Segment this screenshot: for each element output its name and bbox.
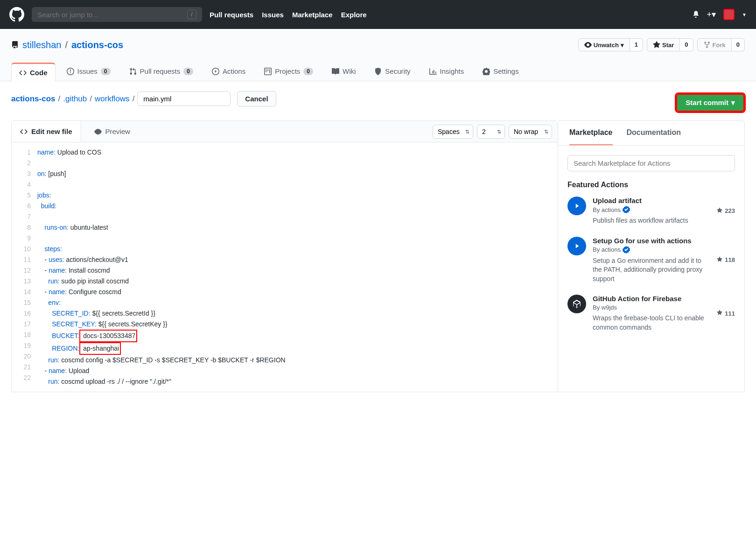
tab-actions[interactable]: Actions (204, 63, 253, 81)
tab-code[interactable]: Code (11, 63, 56, 81)
search-field[interactable] (37, 11, 187, 19)
action-author: By actions (593, 206, 709, 213)
project-icon (264, 68, 272, 75)
star-icon (716, 310, 723, 317)
nav-pull-requests[interactable]: Pull requests (210, 11, 253, 19)
filename-input[interactable] (137, 92, 231, 106)
action-desc: Setup a Go environment and add it to the… (593, 256, 709, 284)
tab-pulls[interactable]: Pull requests0 (122, 63, 201, 81)
repo-icon (11, 41, 19, 49)
featured-heading: Featured Actions (567, 181, 735, 189)
tab-settings[interactable]: Settings (475, 63, 526, 81)
global-header: / Pull requests Issues Marketplace Explo… (0, 0, 756, 29)
nav-marketplace[interactable]: Marketplace (292, 11, 333, 19)
gear-icon (483, 68, 490, 75)
star-icon (653, 41, 660, 49)
tab-wiki[interactable]: Wiki (324, 63, 363, 81)
verified-icon (623, 206, 630, 213)
caret-down-icon[interactable]: ▼ (742, 12, 747, 17)
action-stars: 223 (716, 197, 735, 226)
package-icon (567, 295, 586, 313)
action-author: By w9jds (593, 304, 709, 311)
repo-name-link[interactable]: actions-cos (71, 40, 123, 50)
marketplace-sidebar: Marketplace Documentation Featured Actio… (558, 120, 745, 392)
github-logo[interactable] (9, 7, 24, 22)
tab-security[interactable]: Security (367, 63, 418, 81)
play-icon (212, 68, 219, 75)
editor-panel: Edit new file Preview Spaces 2 No wrap 1… (11, 120, 558, 392)
line-numbers: 12345678910111213141516171819202122 (12, 147, 37, 387)
tab-projects[interactable]: Projects0 (257, 63, 321, 81)
eye-icon (584, 41, 592, 49)
bell-icon[interactable] (692, 10, 700, 19)
breadcrumb-dir1[interactable]: .github (63, 94, 87, 104)
verified-icon (623, 246, 630, 254)
action-item[interactable]: Upload artifact By actions Publish files… (567, 197, 735, 226)
code-content[interactable]: name: Upload to COS on: [push] jobs: bui… (37, 147, 558, 387)
graph-icon (429, 68, 437, 75)
code-icon (19, 69, 27, 77)
marketplace-search-input[interactable] (567, 155, 735, 171)
cancel-button[interactable]: Cancel (237, 91, 276, 106)
repo-owner-link[interactable]: stilleshan (22, 40, 61, 50)
highlight-region: ap-shanghai (79, 342, 121, 355)
avatar[interactable] (723, 9, 735, 20)
watch-count[interactable]: 1 (630, 38, 643, 51)
tab-documentation[interactable]: Documentation (627, 121, 681, 145)
star-button[interactable]: Star (647, 38, 680, 51)
search-slash-hint: / (187, 10, 196, 19)
action-title: Setup Go for use with actions (593, 237, 709, 245)
breadcrumb-dir2[interactable]: workflows (95, 94, 130, 104)
fork-icon (703, 41, 711, 49)
action-item[interactable]: GitHub Action for Firebase By w9jds Wrap… (567, 295, 735, 332)
fork-count[interactable]: 0 (732, 38, 745, 51)
fork-button[interactable]: Fork (697, 38, 732, 51)
play-circle-icon (567, 237, 586, 255)
action-author: By actions (593, 246, 709, 254)
repo-tabs: Code Issues0 Pull requests0 Actions Proj… (11, 63, 745, 81)
tab-preview[interactable]: Preview (86, 121, 139, 142)
wrap-select[interactable]: No wrap (509, 125, 552, 139)
indent-size-select[interactable]: 2 (477, 125, 505, 139)
nav-explore[interactable]: Explore (341, 11, 367, 19)
action-stars: 118 (716, 237, 735, 284)
breadcrumb-root[interactable]: actions-cos (11, 94, 55, 104)
book-icon (332, 68, 339, 75)
action-stars: 111 (716, 295, 735, 332)
highlight-bucket: docs-1300533487 (79, 330, 137, 342)
code-icon (20, 128, 28, 135)
tab-issues[interactable]: Issues0 (59, 63, 118, 81)
eye-icon (94, 128, 102, 135)
play-circle-icon (567, 197, 586, 215)
search-input[interactable]: / (32, 7, 202, 22)
unwatch-button[interactable]: Unwatch▾ (578, 38, 630, 51)
action-desc: Publish files as workflow artifacts (593, 216, 709, 226)
shield-icon (374, 68, 382, 75)
repo-header: stilleshan / actions-cos Unwatch▾ 1 Star… (0, 29, 756, 81)
action-title: GitHub Action for Firebase (593, 295, 709, 303)
action-item[interactable]: Setup Go for use with actions By actions… (567, 237, 735, 284)
action-desc: Wraps the firebase-tools CLI to enable c… (593, 314, 709, 332)
breadcrumb: actions-cos / .github / workflows / Canc… (11, 91, 276, 106)
plus-icon[interactable]: +▾ (707, 9, 716, 20)
tab-edit-file[interactable]: Edit new file (12, 121, 81, 142)
tab-insights[interactable]: Insights (422, 63, 472, 81)
star-icon (716, 207, 723, 215)
header-nav: Pull requests Issues Marketplace Explore (210, 11, 367, 19)
tab-marketplace[interactable]: Marketplace (569, 121, 613, 145)
action-title: Upload artifact (593, 197, 709, 205)
issue-icon (67, 68, 74, 75)
nav-issues[interactable]: Issues (262, 11, 284, 19)
code-editor[interactable]: 12345678910111213141516171819202122 name… (12, 142, 558, 392)
start-commit-button[interactable]: Start commit ▾ (676, 93, 745, 112)
indent-mode-select[interactable]: Spaces (433, 125, 473, 139)
star-count[interactable]: 0 (680, 38, 693, 51)
pr-icon (129, 68, 137, 75)
repo-separator: / (65, 40, 68, 50)
star-icon (716, 256, 723, 264)
